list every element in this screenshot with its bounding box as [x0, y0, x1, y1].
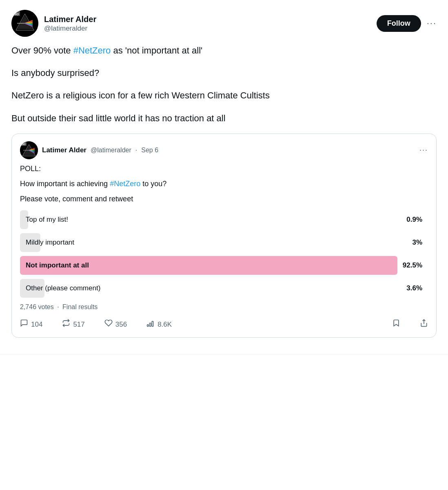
tweet-line-4: But outside their sad little world it ha…	[11, 111, 437, 125]
bookmark-icon	[392, 318, 400, 331]
bookmark-action[interactable]	[392, 318, 400, 331]
share-action[interactable]	[420, 318, 428, 331]
quoted-header-left: NO Latimer Alder @latimeralder · Sep 6	[20, 141, 158, 159]
quoted-display-name[interactable]: Latimer Alder	[42, 145, 86, 156]
poll-option-1[interactable]: Top of my list! 0.9%	[20, 210, 428, 229]
quoted-date: Sep 6	[141, 145, 158, 156]
poll-final: Final results	[62, 303, 98, 310]
poll-option-3-pct: 92.5%	[403, 260, 428, 271]
separator: ·	[135, 145, 137, 156]
poll-option-1-label: Top of my list!	[20, 214, 406, 225]
svg-rect-24	[150, 323, 151, 326]
retweet-count: 517	[73, 319, 84, 330]
poll-footer: 2,746 votes · Final results	[20, 302, 428, 312]
poll-container: Top of my list! 0.9% Mildly important 3%…	[20, 210, 428, 298]
tweet-actions: 104 517	[20, 318, 428, 331]
tweet-text-part1: Over 90% vote	[11, 45, 71, 56]
poll-separator: ·	[57, 303, 59, 310]
heart-icon	[104, 318, 113, 331]
like-action[interactable]: 356	[104, 318, 127, 331]
user-info: Latimer Alder @latimeralder	[44, 14, 96, 33]
poll-option-1-pct: 0.9%	[406, 214, 428, 225]
tweet-card: NO Latimer Alder @latimeralder Follow ··…	[0, 0, 448, 354]
poll-option-2-label: Mildly important	[20, 237, 412, 248]
svg-rect-23	[147, 325, 149, 327]
poll-option-2[interactable]: Mildly important 3%	[20, 233, 428, 252]
comment-icon	[20, 318, 28, 331]
tweet-line-2: Is anybody surprised?	[11, 66, 437, 80]
like-count: 356	[115, 319, 127, 330]
username[interactable]: @latimeralder	[44, 24, 96, 33]
header-right: Follow ···	[377, 15, 437, 32]
follow-button[interactable]: Follow	[377, 15, 421, 32]
svg-text:NO: NO	[14, 12, 19, 16]
quoted-tweet[interactable]: NO Latimer Alder @latimeralder · Sep 6 ·…	[11, 134, 437, 338]
poll-question: How important is achieving #NetZero to y…	[20, 178, 428, 189]
quoted-tweet-header: NO Latimer Alder @latimeralder · Sep 6 ·…	[20, 141, 428, 159]
comment-action[interactable]: 104	[20, 318, 42, 331]
comment-count: 104	[31, 319, 42, 330]
views-icon	[146, 318, 155, 331]
tweet-body: Over 90% vote #NetZero as 'not important…	[11, 43, 437, 338]
poll-option-4-pct: 3.6%	[406, 283, 428, 294]
svg-rect-25	[152, 321, 153, 327]
retweet-icon	[62, 318, 70, 331]
poll-question-pre: How important is achieving	[20, 180, 108, 188]
share-icon	[420, 318, 428, 331]
tweet-header: NO Latimer Alder @latimeralder Follow ··…	[11, 10, 437, 37]
poll-option-4-label: Other (please comment)	[20, 283, 406, 294]
svg-text:NO: NO	[22, 143, 26, 145]
retweet-action[interactable]: 517	[62, 318, 84, 331]
poll-option-3[interactable]: Not important at all 92.5%	[20, 256, 428, 275]
display-name[interactable]: Latimer Alder	[44, 14, 96, 24]
avatar[interactable]: NO	[11, 10, 38, 37]
views-action[interactable]: 8.6K	[146, 318, 172, 331]
hashtag-netzero-1[interactable]: #NetZero	[73, 45, 111, 56]
hashtag-netzero-2[interactable]: #NetZero	[110, 180, 140, 188]
poll-option-3-label: Not important at all	[20, 260, 403, 271]
poll-intro: POLL:	[20, 163, 428, 174]
poll-cta: Please vote, comment and retweet	[20, 194, 428, 205]
poll-option-2-pct: 3%	[412, 237, 428, 248]
poll-votes: 2,746 votes	[20, 303, 54, 310]
poll-option-4[interactable]: Other (please comment) 3.6%	[20, 279, 428, 298]
quoted-more-options-icon[interactable]: ···	[419, 144, 428, 156]
tweet-text-part1b: as 'not important at all'	[113, 45, 202, 56]
more-options-icon[interactable]: ···	[427, 18, 437, 29]
quoted-body: POLL: How important is achieving #NetZer…	[20, 163, 428, 205]
poll-question-post: to you?	[142, 180, 166, 188]
tweet-line-3: NetZero is a religious icon for a few ri…	[11, 88, 437, 102]
quoted-username[interactable]: @latimeralder	[91, 145, 131, 156]
tweet-header-left: NO Latimer Alder @latimeralder	[11, 10, 96, 37]
tweet-line-1: Over 90% vote #NetZero as 'not important…	[11, 43, 437, 58]
views-count: 8.6K	[157, 319, 172, 330]
quoted-avatar: NO	[20, 141, 38, 159]
